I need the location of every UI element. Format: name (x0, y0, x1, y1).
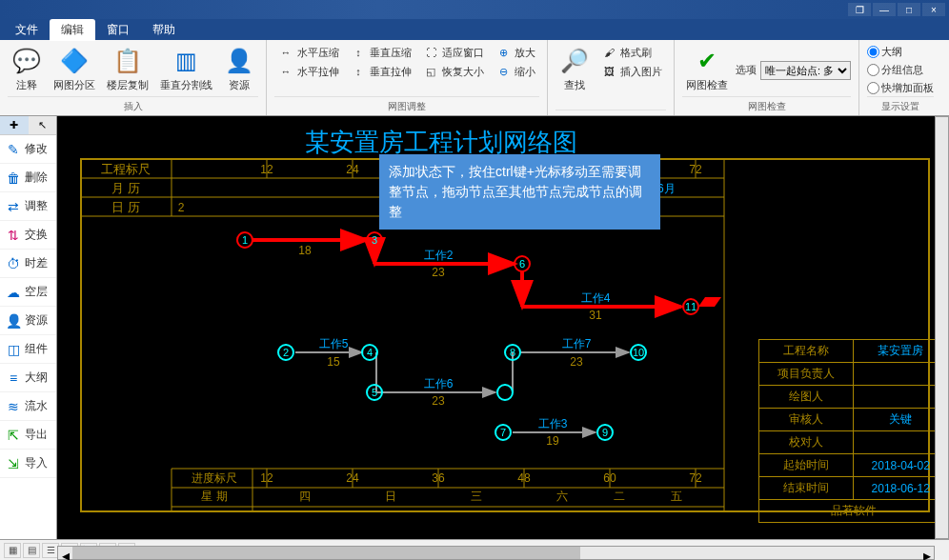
hint-tooltip: 添加状态下，按住ctrl键+光标移动至需要调整节点，拖动节点至其他节点完成节点的… (379, 154, 660, 230)
svg-text:8: 8 (510, 347, 515, 358)
restore-size-button[interactable]: ◱恢复大小 (419, 63, 488, 80)
window-controls: ❐ — □ × (848, 3, 945, 16)
swap-button[interactable]: ⇅交换 (0, 221, 56, 250)
horizontal-scrollbar[interactable]: ◂ ▸ (57, 546, 935, 560)
ribbon-group-insert: 💬注释 🔷网图分区 📋楼层复制 ▥垂直分割线 👤资源 插入 (0, 40, 267, 115)
group-label: 插入 (8, 96, 258, 113)
hcompress-button[interactable]: ↔水平压缩 (274, 44, 343, 61)
svg-text:日: 日 (385, 490, 396, 503)
ribbon: 💬注释 🔷网图分区 📋楼层复制 ▥垂直分割线 👤资源 插入 ↔水平压缩 ↔水平拉… (0, 40, 949, 116)
menu-edit[interactable]: 编辑 (50, 19, 95, 41)
ribbon-group-display: 大纲 分组信息 快增加面板 显示设置 (859, 40, 941, 115)
export-button[interactable]: ⇱导出 (0, 421, 56, 450)
svg-text:15: 15 (327, 355, 340, 369)
view-icon-1[interactable]: ▦ (4, 543, 21, 558)
svg-text:23: 23 (432, 266, 445, 279)
svg-text:工作2: 工作2 (424, 249, 454, 262)
partition-button[interactable]: 🔷网图分区 (50, 44, 99, 94)
menu-window[interactable]: 窗口 (95, 19, 141, 41)
svg-text:4: 4 (367, 347, 373, 358)
svg-text:工程标尺: 工程标尺 (101, 162, 151, 176)
maximize-icon[interactable]: □ (898, 3, 920, 16)
delete-button[interactable]: 🗑删除 (0, 164, 56, 192)
menu-help[interactable]: 帮助 (141, 19, 187, 41)
radio-quickpanel[interactable]: 快增加面板 (867, 80, 934, 96)
format-brush-button[interactable]: 🖌格式刷 (597, 44, 666, 61)
svg-point-74 (497, 385, 513, 400)
title-bar: ❐ — □ × (0, 0, 949, 19)
import-button[interactable]: ⇲导入 (0, 450, 56, 478)
svg-text:2: 2 (283, 347, 289, 358)
svg-text:3: 3 (372, 234, 377, 246)
restore-window-icon[interactable]: ❐ (848, 3, 871, 16)
svg-text:三: 三 (471, 490, 482, 503)
option-select[interactable]: 唯一起始点: 多 (760, 61, 851, 80)
radio-groupinfo[interactable]: 分组信息 (867, 62, 934, 78)
svg-text:18: 18 (298, 244, 312, 257)
svg-text:工作4: 工作4 (581, 291, 611, 305)
svg-text:星  期: 星 期 (201, 490, 227, 503)
menu-file[interactable]: 文件 (4, 19, 50, 41)
fit-window-button[interactable]: ⛶适应窗口 (419, 44, 488, 61)
svg-text:工作6: 工作6 (424, 377, 454, 390)
left-mode-tabs: ✚ ↖ (0, 116, 56, 135)
ribbon-group-check: ✔网图检查 选项 唯一起始点: 多 网图检查 (675, 40, 859, 115)
cloud-button[interactable]: ☁空层 (0, 278, 56, 307)
component-button[interactable]: ◫组件 (0, 335, 56, 364)
svg-text:进度标尺: 进度标尺 (192, 471, 237, 485)
project-info-table: 工程名称某安置房 项目负责人 绘图人 审核人关键 校对人 起始时间2018-04… (758, 339, 949, 523)
resource-button-left[interactable]: 👤资源 (0, 307, 56, 335)
svg-text:2: 2 (178, 201, 185, 214)
vstretch-button[interactable]: ↕垂直拉伸 (347, 63, 415, 80)
insert-image-button[interactable]: 🖼插入图片 (597, 63, 666, 80)
svg-text:31: 31 (589, 309, 602, 322)
close-icon[interactable]: × (922, 3, 945, 16)
group-label: 网图检查 (682, 96, 851, 113)
svg-text:五: 五 (671, 490, 682, 503)
radio-outline[interactable]: 大纲 (867, 44, 934, 60)
vcompress-button[interactable]: ↕垂直压缩 (347, 44, 415, 61)
svg-text:6: 6 (519, 258, 525, 270)
adjust-button[interactable]: ⇄调整 (0, 192, 56, 221)
annotation-button[interactable]: 💬注释 (8, 44, 46, 94)
svg-text:10: 10 (633, 347, 644, 358)
hstretch-button[interactable]: ↔水平拉伸 (274, 63, 343, 80)
option-label: 选项 (736, 63, 757, 77)
find-button[interactable]: 🔎查找 (555, 44, 594, 94)
svg-text:23: 23 (432, 394, 445, 408)
svg-text:六: 六 (556, 490, 568, 503)
svg-text:工作3: 工作3 (538, 417, 568, 430)
ribbon-group-adjust: ↔水平压缩 ↔水平拉伸 ↕垂直压缩 ↕垂直拉伸 ⛶适应窗口 ◱恢复大小 ⊕放大 … (267, 40, 548, 115)
network-diagram-canvas[interactable]: 某安置房工程计划网络图 添加状态下，按住ctrl键+光标移动至需要调整节点，拖动… (57, 116, 949, 539)
group-label: 显示设置 (867, 96, 934, 113)
svg-text:四: 四 (299, 490, 311, 503)
option-select-wrap: 选项 唯一起始点: 多 (736, 61, 851, 80)
netcheck-button[interactable]: ✔网图检查 (682, 44, 732, 94)
view-icon-2[interactable]: ▤ (23, 543, 40, 558)
left-toolbar: ✚ ↖ ✎修改 🗑删除 ⇄调整 ⇅交换 ⏱时差 ☁空层 👤资源 ◫组件 ≡大纲 … (0, 116, 57, 539)
group-label (555, 110, 666, 113)
minimize-icon[interactable]: — (873, 3, 896, 16)
timediff-button[interactable]: ⏱时差 (0, 250, 56, 278)
svg-text:月  历: 月 历 (111, 181, 140, 195)
floorcopy-button[interactable]: 📋楼层复制 (103, 44, 152, 94)
svg-text:二: 二 (614, 490, 625, 503)
svg-text:工作5: 工作5 (319, 337, 349, 350)
zoomin-button[interactable]: ⊕放大 (492, 44, 539, 61)
main-area: ✚ ↖ ✎修改 🗑删除 ⇄调整 ⇅交换 ⏱时差 ☁空层 👤资源 ◫组件 ≡大纲 … (0, 116, 949, 539)
group-label: 网图调整 (274, 96, 539, 113)
select-mode-icon[interactable]: ↖ (29, 116, 57, 134)
outline-button[interactable]: ≡大纲 (0, 364, 56, 392)
flow-button[interactable]: ≋流水 (0, 392, 56, 421)
add-mode-icon[interactable]: ✚ (0, 116, 29, 134)
vertical-scrollbar[interactable] (935, 116, 949, 539)
svg-text:11: 11 (685, 301, 697, 312)
svg-text:5: 5 (372, 387, 377, 398)
vsplit-button[interactable]: ▥垂直分割线 (156, 44, 216, 94)
resource-button[interactable]: 👤资源 (220, 44, 258, 94)
svg-text:日  历: 日 历 (111, 200, 140, 214)
zoomout-button[interactable]: ⊖缩小 (492, 63, 539, 80)
svg-text:9: 9 (602, 427, 608, 438)
modify-button[interactable]: ✎修改 (0, 135, 56, 164)
menu-bar: 文件 编辑 窗口 帮助 (0, 19, 949, 40)
